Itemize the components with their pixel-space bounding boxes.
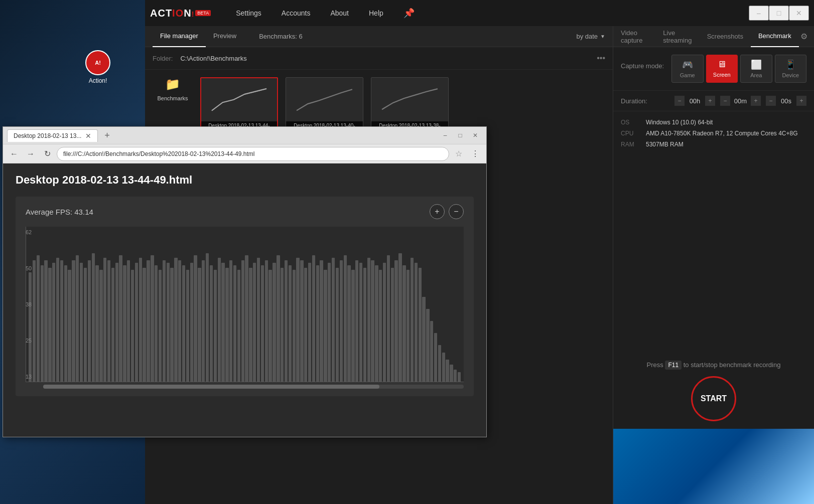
y-label-62: 62 (26, 229, 41, 235)
benchmark-thumb-0[interactable]: Desktop 2018-02-13 13-44-49.html (200, 77, 278, 127)
chart-bar (147, 260, 150, 382)
chart-bar (359, 263, 362, 382)
chart-bar (198, 268, 201, 382)
nav-about[interactable]: About (320, 0, 359, 26)
chart-bar (44, 260, 47, 382)
benchmark-thumb-1[interactable]: Desktop 2018-02-13 13-40-21.html (286, 77, 363, 127)
duration-minutes-decrease[interactable]: − (720, 96, 730, 106)
chart-bar (111, 268, 114, 382)
chart-bar (225, 268, 228, 382)
mode-screen-button[interactable]: 🖥 Screen (706, 55, 738, 83)
benchmark-thumb-2[interactable]: Desktop 2018-02-13 13-38-44.html (371, 77, 449, 127)
chart-bar (411, 258, 414, 382)
folder-path: C:\Action!\Benchmarks (180, 55, 597, 62)
chart-scrollbar[interactable] (43, 385, 464, 389)
refresh-button[interactable]: ↻ (40, 147, 54, 161)
chart-bar (261, 265, 264, 382)
settings-gear-icon[interactable]: ⚙ (799, 29, 809, 44)
chart-bar (221, 263, 224, 382)
nav-accounts[interactable]: Accounts (272, 0, 321, 26)
back-button[interactable]: ← (7, 147, 21, 161)
new-tab-button[interactable]: + (100, 129, 113, 142)
mode-game-button[interactable]: 🎮 Game (671, 55, 704, 83)
duration-seconds-decrease[interactable]: − (766, 96, 776, 106)
browser-menu-button[interactable]: ⋮ (468, 147, 482, 161)
chart-bar (265, 260, 268, 382)
mode-device-label: Device (782, 72, 799, 78)
chart-bar (300, 260, 303, 382)
mode-area-button[interactable]: ⬜ Area (740, 55, 772, 83)
browser-tab[interactable]: Desktop 2018-02-13 13... ✕ (7, 129, 98, 142)
fps-zoom-in-button[interactable]: + (430, 204, 445, 219)
chart-bar (332, 258, 335, 382)
hotkey-text: Press F11 to start/stop benchmark record… (647, 361, 781, 369)
chart-bar (135, 263, 138, 382)
duration-minutes-increase[interactable]: + (751, 96, 761, 106)
logo-text: ACTION! (150, 8, 194, 19)
address-bar[interactable]: file:///C:/Action!/Benchmarks/Desktop%20… (57, 147, 449, 161)
nav-settings[interactable]: Settings (226, 0, 272, 26)
fps-zoom-controls: + − (430, 204, 464, 219)
chart-bar (312, 255, 315, 382)
chart-bar (182, 265, 185, 382)
cpu-value: AMD A10-7850K Radeon R7, 12 Compute Core… (646, 130, 798, 137)
fps-panel: Average FPS: 43.14 + − 62 50 38 25 13 (16, 197, 474, 396)
tab-benchmark[interactable]: Benchmark (751, 26, 799, 47)
chart-bar (95, 265, 98, 382)
chart-bar (72, 260, 75, 382)
forward-button[interactable]: → (24, 147, 38, 161)
browser-close-button[interactable]: ✕ (468, 130, 482, 141)
duration-seconds-increase[interactable]: + (796, 96, 806, 106)
mode-game-label: Game (680, 72, 695, 78)
minimize-button[interactable]: – (749, 6, 769, 21)
chart-bar (324, 270, 327, 382)
maximize-button[interactable]: □ (769, 6, 789, 21)
y-label-38: 38 (26, 301, 41, 307)
chart-bar (422, 297, 425, 382)
y-label-50: 50 (26, 265, 41, 271)
browser-tab-close-icon[interactable]: ✕ (85, 132, 91, 140)
duration-minutes-value: 00m (732, 97, 749, 105)
chart-bar (450, 365, 453, 382)
start-button[interactable]: START (691, 376, 736, 421)
chart-bar (371, 260, 374, 382)
action-desktop-icon[interactable]: A! Action! (85, 50, 110, 84)
sort-by-button[interactable]: by date ▼ (576, 33, 605, 40)
bookmark-star-icon[interactable]: ☆ (452, 147, 466, 161)
y-label-13: 13 (26, 374, 41, 380)
chart-bar (383, 263, 386, 382)
tab-live-streaming[interactable]: Live streaming (655, 26, 699, 47)
tab-video-capture[interactable]: Video capture (613, 26, 655, 47)
pin-icon[interactable]: 📌 (403, 8, 415, 19)
chart-bar (253, 263, 256, 382)
folder-icon: 📁 (165, 77, 180, 91)
chart-bar (419, 268, 422, 382)
chart-bar (92, 253, 95, 382)
benchmarks-folder[interactable]: 📁 Benchmarks (153, 77, 193, 101)
chart-bar (328, 263, 331, 382)
chart-bar (163, 260, 166, 382)
close-button[interactable]: ✕ (789, 6, 809, 21)
chart-bar (340, 260, 343, 382)
fps-zoom-out-button[interactable]: − (449, 204, 464, 219)
tab-screenshots[interactable]: Screenshots (700, 26, 751, 47)
tab-preview[interactable]: Preview (206, 26, 244, 47)
duration-seconds-value: 00s (777, 97, 795, 105)
chart-bar (458, 372, 461, 382)
sysinfo-ram-row: RAM 5307MB RAM (621, 141, 806, 148)
mode-device-button[interactable]: 📱 Device (775, 55, 807, 83)
duration-hours-increase[interactable]: + (705, 96, 715, 106)
nav-help[interactable]: Help (359, 0, 393, 26)
chart-bar (406, 270, 410, 382)
scrollbar-thumb[interactable] (43, 385, 379, 389)
folder-more-button[interactable]: ••• (597, 54, 605, 63)
duration-hours-decrease[interactable]: − (674, 96, 685, 106)
chart-bar (402, 265, 405, 382)
browser-minimize-button[interactable]: – (438, 130, 452, 141)
chart-bar (151, 255, 154, 382)
chart-bar (131, 270, 134, 382)
chart-bars (26, 227, 464, 382)
sysinfo-os-row: OS Windows 10 (10.0) 64-bit (621, 119, 806, 126)
tab-file-manager[interactable]: File manager (153, 26, 206, 47)
browser-restore-button[interactable]: □ (453, 130, 467, 141)
